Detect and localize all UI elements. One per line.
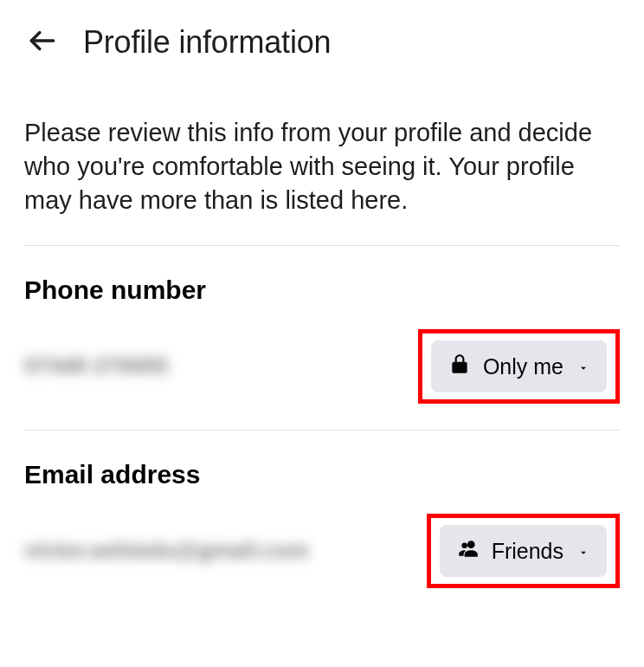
svg-point-2 bbox=[461, 543, 467, 549]
chevron-down-icon bbox=[577, 539, 589, 564]
chevron-down-icon bbox=[577, 354, 589, 379]
lock-icon bbox=[448, 353, 471, 380]
email-privacy-label: Friends bbox=[492, 539, 564, 564]
back-arrow-icon[interactable] bbox=[26, 24, 59, 61]
page-title: Profile information bbox=[83, 24, 331, 61]
email-section-title: Email address bbox=[24, 460, 620, 489]
page-description: Please review this info from your profil… bbox=[0, 78, 644, 245]
email-value: victor.ashiedu@gmail.com bbox=[24, 538, 309, 564]
phone-privacy-highlight: Only me bbox=[418, 329, 620, 404]
phone-value: 07449 270655 bbox=[24, 353, 168, 379]
phone-privacy-label: Only me bbox=[483, 354, 564, 379]
email-privacy-selector[interactable]: Friends bbox=[440, 525, 607, 577]
phone-section-title: Phone number bbox=[24, 275, 620, 305]
friends-icon bbox=[457, 537, 480, 565]
svg-point-1 bbox=[467, 541, 475, 549]
phone-section: Phone number 07449 270655 Only me bbox=[0, 246, 644, 430]
phone-privacy-selector[interactable]: Only me bbox=[431, 340, 607, 392]
email-privacy-highlight: Friends bbox=[427, 514, 620, 588]
email-section: Email address victor.ashiedu@gmail.com F… bbox=[0, 431, 644, 614]
